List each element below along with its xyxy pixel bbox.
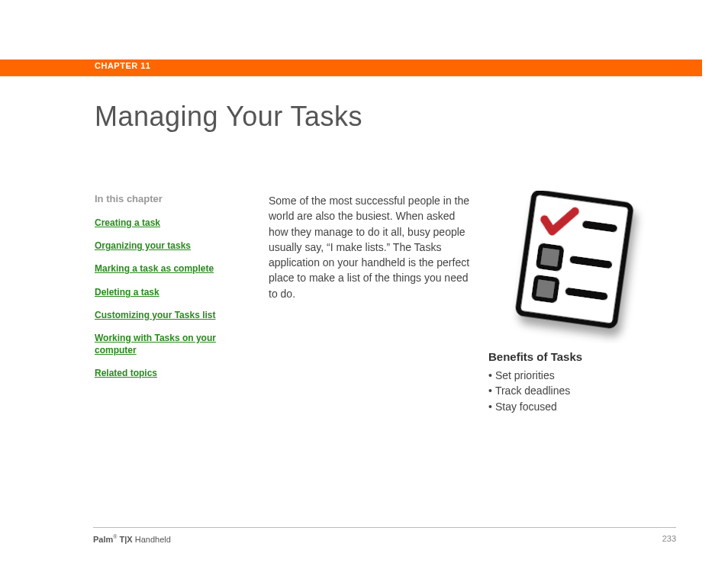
footer-product: Palm® T|X Handheld [93, 534, 171, 544]
svg-rect-2 [538, 245, 562, 269]
intro-paragraph: Some of the most successful people in th… [269, 193, 475, 301]
page: CHAPTER 11 Managing Your Tasks In this c… [0, 0, 728, 563]
toc-link-related-topics[interactable]: Related topics [95, 367, 255, 379]
toc-heading: In this chapter [95, 193, 255, 204]
benefits-section: Benefits of Tasks •Set priorities •Track… [488, 350, 679, 414]
in-this-chapter: In this chapter Creating a task Organizi… [95, 193, 255, 391]
footer-brand: Palm [93, 535, 113, 544]
toc-link-organizing-your-tasks[interactable]: Organizing your tasks [95, 240, 255, 252]
toc-link-deleting-a-task[interactable]: Deleting a task [95, 286, 255, 298]
chapter-label: CHAPTER 11 [95, 61, 150, 70]
checklist-icon [504, 191, 649, 343]
benefits-heading: Benefits of Tasks [488, 350, 679, 363]
benefit-item: •Stay focused [488, 399, 679, 414]
toc-link-working-on-computer[interactable]: Working with Tasks on your computer [95, 332, 255, 356]
page-title: Managing Your Tasks [95, 101, 362, 133]
svg-rect-4 [533, 277, 558, 301]
tasks-illustration [504, 191, 649, 346]
footer-rule [93, 527, 676, 528]
benefit-item: •Track deadlines [488, 383, 679, 398]
footer-model: T|X [117, 535, 132, 544]
benefit-item: •Set priorities [488, 368, 679, 383]
benefit-text: Stay focused [495, 401, 557, 413]
benefit-text: Set priorities [495, 369, 555, 381]
page-number: 233 [662, 534, 676, 543]
footer-suffix: Handheld [133, 535, 171, 544]
benefit-text: Track deadlines [495, 384, 570, 397]
toc-link-marking-complete[interactable]: Marking a task as complete [95, 262, 255, 275]
toc-link-customizing-list[interactable]: Customizing your Tasks list [95, 309, 255, 321]
toc-link-creating-a-task[interactable]: Creating a task [95, 217, 255, 229]
